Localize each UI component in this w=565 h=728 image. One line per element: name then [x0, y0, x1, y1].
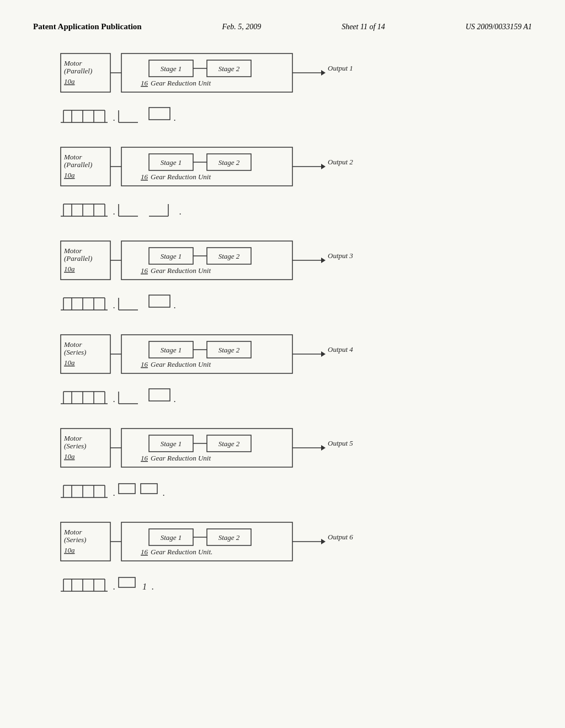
svg-text:Stage 1: Stage 1 — [161, 533, 182, 542]
svg-text:16: 16 — [141, 173, 148, 181]
svg-text:(Series): (Series) — [64, 348, 86, 356]
svg-text:Stage 1: Stage 1 — [161, 158, 182, 167]
svg-text:10a: 10a — [64, 452, 75, 461]
svg-text:Stage 2: Stage 2 — [218, 158, 240, 167]
svg-text:Motor: Motor — [63, 59, 82, 67]
svg-text:.: . — [174, 394, 176, 404]
svg-marker-127 — [321, 445, 326, 451]
svg-text:Stage 2: Stage 2 — [218, 346, 240, 354]
svg-text:16: 16 — [141, 454, 148, 462]
svg-text:Stage 1: Stage 1 — [161, 440, 182, 448]
svg-marker-71 — [321, 258, 326, 263]
svg-rect-138 — [141, 484, 157, 494]
svg-text:10a: 10a — [64, 358, 75, 367]
svg-text:.: . — [113, 488, 115, 497]
svg-text:Stage 2: Stage 2 — [218, 533, 240, 542]
svg-text:.: . — [163, 488, 165, 497]
svg-text:(Series): (Series) — [64, 442, 86, 450]
figure-label-1: . . — [44, 103, 521, 126]
svg-rect-26 — [149, 108, 170, 120]
schematic-1: Motor (Parallel) 10a Stage 1 Stage 2 16 … — [44, 48, 521, 98]
svg-text:(Parallel): (Parallel) — [64, 254, 92, 263]
diagrams-container: Motor (Parallel) 10a Stage 1 Stage 2 16 … — [33, 48, 532, 599]
date-label: Feb. 5, 2009 — [222, 23, 262, 31]
publication-label: Patent Application Publication — [33, 22, 142, 31]
schematic-5: Motor (Series) 10a Stage 1 Stage 2 16 Ge… — [44, 423, 521, 473]
svg-text:10a: 10a — [64, 546, 75, 554]
figure-label-2: . . — [44, 197, 521, 220]
diagram-row-4: Motor (Series) 10a Stage 1 Stage 2 16 Ge… — [44, 329, 521, 408]
svg-marker-154 — [321, 539, 326, 544]
svg-text:Gear Reduction Unit: Gear Reduction Unit — [151, 454, 211, 462]
schematic-6: Motor (Series) 10a Stage 1 Stage 2 16 Ge… — [44, 517, 521, 566]
svg-text:Motor: Motor — [63, 153, 82, 161]
svg-text:10a: 10a — [64, 171, 75, 179]
svg-text:16: 16 — [141, 548, 148, 556]
svg-text:Stage 1: Stage 1 — [161, 346, 182, 354]
svg-text:1: 1 — [142, 582, 147, 591]
svg-text:Stage 1: Stage 1 — [161, 252, 182, 260]
svg-rect-83 — [149, 295, 170, 307]
svg-text:Output 6: Output 6 — [328, 533, 353, 541]
schematic-4: Motor (Series) 10a Stage 1 Stage 2 16 Ge… — [44, 329, 521, 379]
svg-text:Gear Reduction Unit: Gear Reduction Unit — [151, 173, 211, 181]
svg-text:.: . — [179, 207, 182, 216]
svg-text:.: . — [174, 113, 176, 122]
svg-marker-99 — [321, 351, 326, 357]
svg-text:Gear Reduction Unit: Gear Reduction Unit — [151, 360, 211, 368]
diagram-row-1: Motor (Parallel) 10a Stage 1 Stage 2 16 … — [44, 48, 521, 126]
svg-text:16: 16 — [141, 79, 148, 87]
figure-label-5: . . — [44, 478, 521, 501]
svg-marker-42 — [321, 164, 326, 169]
svg-text:Stage 2: Stage 2 — [218, 440, 240, 448]
figure-label-4: . . — [44, 384, 521, 408]
svg-text:(Series): (Series) — [64, 536, 86, 544]
schematic-2: Motor (Parallel) 10a Stage 1 Stage 2 16 … — [44, 142, 521, 191]
svg-rect-164 — [119, 577, 135, 587]
svg-text:Output 5: Output 5 — [328, 439, 353, 447]
svg-rect-111 — [149, 389, 170, 401]
svg-text:(Parallel): (Parallel) — [64, 67, 92, 75]
patent-label: US 2009/0033159 A1 — [466, 23, 532, 31]
svg-text:Motor: Motor — [63, 247, 82, 255]
svg-text:Output 1: Output 1 — [328, 64, 353, 72]
svg-text:Gear Reduction Unit.: Gear Reduction Unit. — [151, 548, 212, 556]
schematic-3: Motor (Parallel) 10a Stage 1 Stage 2 16 … — [44, 235, 521, 285]
svg-text:Output 3: Output 3 — [328, 251, 353, 260]
svg-text:Motor: Motor — [63, 340, 82, 349]
svg-text:Stage 2: Stage 2 — [218, 65, 240, 73]
figure-label-3: . . — [44, 291, 521, 314]
page-header: Patent Application Publication Feb. 5, 2… — [33, 22, 532, 31]
svg-marker-14 — [321, 70, 326, 76]
svg-text:Motor: Motor — [63, 528, 82, 536]
diagram-row-5: Motor (Series) 10a Stage 1 Stage 2 16 Ge… — [44, 423, 521, 501]
svg-text:Output 2: Output 2 — [328, 158, 353, 166]
svg-text:Stage 2: Stage 2 — [218, 252, 240, 260]
svg-text:Output 4: Output 4 — [328, 345, 353, 354]
svg-text:.: . — [113, 394, 115, 404]
svg-text:Gear Reduction Unit: Gear Reduction Unit — [151, 79, 211, 87]
svg-text:16: 16 — [141, 360, 148, 368]
svg-text:10a: 10a — [64, 265, 75, 273]
svg-text:10a: 10a — [64, 77, 75, 85]
svg-text:.: . — [174, 301, 176, 310]
svg-text:16: 16 — [141, 266, 148, 275]
patent-page: Patent Application Publication Feb. 5, 2… — [0, 0, 565, 728]
diagram-row-3: Motor (Parallel) 10a Stage 1 Stage 2 16 … — [44, 235, 521, 314]
diagram-row-2: Motor (Parallel) 10a Stage 1 Stage 2 16 … — [44, 142, 521, 220]
svg-rect-137 — [119, 484, 135, 494]
svg-text:.: . — [113, 207, 115, 216]
svg-text:.: . — [113, 301, 115, 310]
svg-text:.: . — [113, 582, 115, 591]
sheet-label: Sheet 11 of 14 — [342, 23, 385, 31]
figure-label-6: . 1 . — [44, 572, 521, 595]
diagram-row-6: Motor (Series) 10a Stage 1 Stage 2 16 Ge… — [44, 517, 521, 595]
svg-text:.: . — [113, 113, 115, 122]
svg-text:Stage 1: Stage 1 — [161, 65, 182, 73]
svg-text:(Parallel): (Parallel) — [64, 160, 92, 169]
svg-text:Gear Reduction Unit: Gear Reduction Unit — [151, 266, 211, 275]
svg-text:Motor: Motor — [63, 434, 82, 442]
svg-text:.: . — [152, 582, 154, 591]
